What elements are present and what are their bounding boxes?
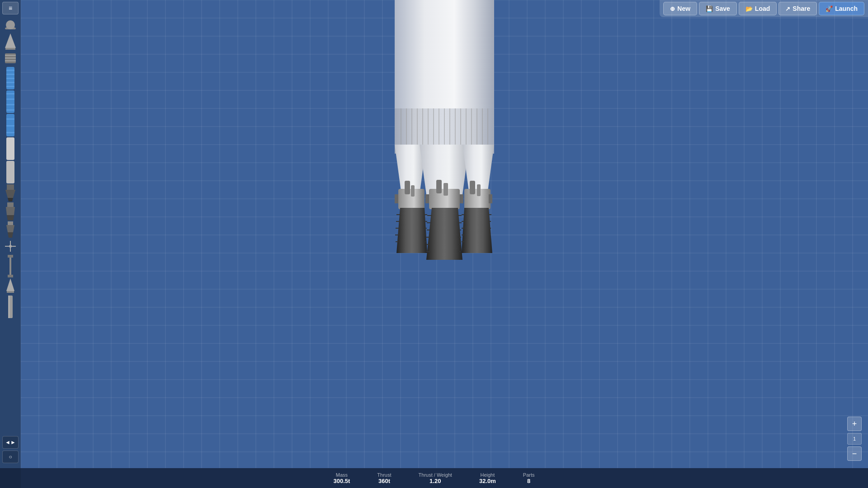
arrows-icon: ◄► [5,439,16,446]
svg-rect-23 [6,137,14,160]
share-label: Share [793,5,810,12]
stat-tw: Thrust / Weight 1.20 [419,472,452,484]
svg-rect-77 [477,184,481,196]
toolbar: ⊕ New 💾 Save 📂 Load ↗ Share 🚀 Launch [660,0,868,17]
sidebar-item-cap[interactable] [2,17,19,33]
sidebar-item-separator[interactable] [2,239,19,254]
svg-point-36 [9,245,12,248]
parts-label: Parts [523,472,535,478]
sidebar-item-tank-blue2[interactable] [2,90,19,113]
load-icon: 📂 [745,5,753,12]
svg-marker-40 [6,278,14,291]
sidebar-item-tank-white1[interactable] [2,137,19,160]
sidebar-item-tank-blue3[interactable] [2,114,19,136]
svg-marker-30 [7,215,14,221]
svg-rect-68 [411,185,415,197]
height-label: Height [480,472,495,478]
svg-rect-17 [6,104,14,105]
sidebar: ≡ [0,0,21,488]
svg-rect-20 [6,118,14,120]
svg-marker-32 [6,225,14,232]
svg-rect-39 [8,275,13,277]
svg-rect-38 [8,255,13,258]
sidebar-item-engine3[interactable] [2,221,19,238]
sidebar-item-small-cone[interactable] [2,278,19,295]
tw-value: 1.20 [429,478,441,484]
arrows-button[interactable]: ◄► [2,436,19,449]
svg-rect-7 [5,60,16,61]
svg-rect-21 [6,125,14,127]
svg-rect-37 [9,255,11,277]
toggle-button[interactable]: ○ [2,450,19,463]
svg-rect-22 [6,132,14,133]
svg-rect-12 [6,82,14,83]
sidebar-item-tank-white2[interactable] [2,161,19,183]
svg-rect-74 [460,194,463,203]
svg-rect-78 [489,194,492,203]
svg-rect-43 [8,296,10,318]
menu-icon: ≡ [9,5,12,12]
parts-value: 8 [527,478,530,484]
load-button[interactable]: 📂 Load [739,2,777,15]
save-label: Save [715,5,730,12]
svg-rect-11 [6,78,14,79]
mass-label: Mass [336,472,348,478]
new-icon: ⊕ [670,5,675,12]
svg-marker-33 [8,232,13,238]
sidebar-item-tube[interactable] [2,296,19,318]
save-icon: 💾 [706,5,713,12]
toggle-icon: ○ [9,454,12,460]
svg-rect-31 [8,221,13,225]
svg-rect-15 [6,93,14,94]
svg-rect-6 [5,57,16,59]
sidebar-item-striped-tank[interactable] [2,51,19,66]
zoom-in-button[interactable]: + [847,417,862,431]
svg-rect-71 [436,180,442,193]
svg-rect-69 [395,194,398,203]
sidebar-menu-button[interactable]: ≡ [2,2,19,14]
svg-rect-16 [6,99,14,100]
stats-bar: Mass 300.5t Thrust 360t Thrust / Weight … [0,468,868,488]
svg-rect-72 [443,183,448,196]
thrust-label: Thrust [377,472,391,478]
zoom-out-button[interactable]: − [847,446,862,461]
share-icon: ↗ [785,5,790,12]
launch-icon: 🚀 [826,5,833,12]
zoom-level: 1 [847,433,862,445]
svg-rect-10 [6,74,14,75]
mass-value: 300.5t [333,478,350,484]
sidebar-item-nose-cone[interactable] [2,33,19,50]
rocket [368,0,521,318]
svg-rect-41 [7,291,14,293]
svg-rect-9 [6,70,14,71]
svg-rect-5 [5,55,16,56]
svg-rect-25 [7,184,14,190]
svg-rect-13 [6,86,14,87]
sidebar-item-strut[interactable] [2,255,19,277]
stat-height: Height 32.0m [479,472,496,484]
sidebar-item-engine1[interactable] [2,184,19,202]
tw-label: Thrust / Weight [419,472,452,478]
load-label: Load [755,5,770,12]
svg-rect-76 [470,181,475,194]
new-button[interactable]: ⊕ New [663,2,697,15]
svg-rect-28 [7,202,14,207]
svg-point-1 [6,20,15,29]
svg-marker-29 [6,207,15,215]
save-button[interactable]: 💾 Save [699,2,737,15]
svg-marker-26 [5,190,15,198]
svg-rect-3 [5,48,15,50]
stat-parts: Parts 8 [523,472,535,484]
svg-rect-24 [6,161,14,183]
sidebar-item-engine2[interactable] [2,202,19,221]
launch-button[interactable]: 🚀 Launch [819,2,864,15]
stat-thrust: Thrust 360t [377,472,391,484]
sidebar-item-tank-blue1[interactable] [2,67,19,89]
svg-rect-18 [6,109,14,111]
share-button[interactable]: ↗ Share [778,2,817,15]
svg-rect-73 [425,194,429,203]
svg-marker-27 [8,198,13,202]
thrust-value: 360t [378,478,390,484]
launch-label: Launch [835,5,858,12]
main-canvas[interactable] [21,0,868,468]
